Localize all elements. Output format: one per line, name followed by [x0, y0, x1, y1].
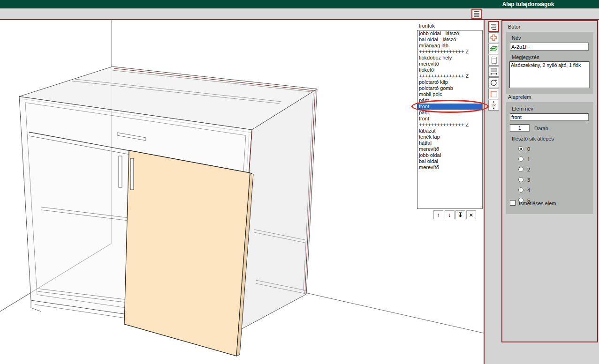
list-separator[interactable]: +++++++++++++++ Z — [417, 122, 482, 128]
radio-label-1: 1 — [527, 156, 530, 162]
list-item[interactable]: jobb oldal - látszó — [417, 30, 482, 37]
corner-frame-icon — [489, 89, 498, 98]
list-item[interactable]: jobb oldal — [417, 152, 482, 158]
list-item[interactable]: hátfal — [417, 140, 482, 146]
rotate-button[interactable] — [488, 77, 499, 88]
dimension-100-icon: 100 — [489, 101, 498, 110]
front-door-panel[interactable] — [124, 150, 250, 356]
move-to-bottom-button[interactable]: ↧ — [455, 210, 465, 219]
fit-plane-radio-1[interactable] — [518, 156, 523, 162]
repeat-element-checkbox[interactable] — [510, 200, 516, 206]
list-item[interactable]: fiókdoboz hely — [417, 55, 482, 61]
list-item[interactable]: polctartó klip — [417, 79, 482, 85]
list-item[interactable]: bal oldal - látszó — [417, 37, 482, 43]
window-title: Alap tulajdonságok — [474, 1, 583, 7]
radio-label-3: 3 — [527, 177, 530, 183]
comment-label: Megjegyzés — [512, 54, 539, 60]
parts-tree-icon — [489, 22, 498, 31]
list-item[interactable]: fiókelő — [417, 67, 482, 73]
list-separator[interactable]: +++++++++++++++ Z — [417, 73, 482, 79]
move-up-button[interactable]: ↑ — [433, 210, 443, 219]
plinth-lines — [31, 300, 41, 312]
furniture-group-title: Bútor — [508, 24, 520, 30]
radio-label-4: 4 — [527, 187, 530, 193]
layers-button[interactable] — [488, 44, 499, 54]
name-label: Név — [512, 35, 521, 41]
list-separator[interactable]: +++++++++++++++ Z — [417, 49, 482, 55]
hamburger-icon — [474, 11, 479, 12]
front-door-handle — [130, 158, 134, 190]
parts-list-caption: frontok — [419, 23, 435, 29]
element-name-input[interactable] — [510, 113, 589, 121]
list-item[interactable]: fenék lap — [417, 134, 482, 140]
fit-plane-label: Illesztő sík átlépés — [512, 136, 554, 141]
layers-icon — [489, 45, 498, 53]
parts-listbox[interactable]: jobb oldal - látszó bal oldal - látszó m… — [417, 30, 483, 209]
top-toolbar — [0, 8, 599, 20]
stretch-width-icon — [489, 67, 498, 76]
radio-label-0: 0 — [527, 146, 530, 152]
fit-plane-radio-0[interactable] — [518, 146, 523, 151]
add-plus-icon — [489, 33, 498, 42]
fit-plane-radio-3[interactable] — [518, 177, 523, 182]
list-item-selected[interactable]: front — [417, 104, 482, 110]
stretch-width-button[interactable] — [488, 66, 499, 77]
cabinet-button[interactable] — [488, 55, 499, 66]
quantity-label: Darab — [534, 126, 548, 131]
fit-plane-radio-4[interactable] — [518, 187, 523, 193]
list-item[interactable]: merevítő — [417, 164, 482, 171]
list-item[interactable]: polctartó gomb — [417, 85, 482, 91]
element-group: Elem név Darab Illesztő sík átlépés 0 1 … — [506, 102, 593, 214]
move-down-button[interactable]: ↓ — [445, 210, 455, 219]
rotate-icon — [489, 78, 498, 87]
list-item[interactable]: mobil polc — [417, 91, 482, 97]
list-item[interactable]: front — [417, 116, 482, 122]
3d-viewport[interactable] — [0, 20, 485, 364]
quantity-input[interactable] — [510, 124, 530, 132]
fit-plane-radio-2[interactable] — [518, 167, 523, 172]
parts-tree-button[interactable] — [488, 21, 499, 32]
cabinet-icon — [489, 56, 498, 65]
dimension-100-button[interactable]: 100 — [488, 100, 499, 111]
menu-button[interactable] — [471, 9, 482, 19]
element-group-title: Alaprelem — [508, 94, 531, 100]
delete-item-button[interactable]: × — [466, 210, 476, 219]
list-item[interactable]: műanyag láb — [417, 43, 482, 49]
furniture-name-input[interactable] — [510, 43, 589, 51]
repeat-element-label: Ismétléses elem — [519, 201, 556, 206]
furniture-comment-textarea[interactable]: Alsószekrény, 2 nyíló ajtó, 1 fiók — [509, 61, 590, 88]
left-door-handle — [119, 156, 122, 187]
corner-frame-button[interactable] — [488, 89, 499, 99]
svg-text:100: 100 — [491, 104, 496, 107]
list-item[interactable]: lábazat — [417, 128, 482, 134]
cabinet-wireframe-drawing — [0, 20, 484, 364]
list-item[interactable]: pánt — [417, 110, 482, 116]
list-item[interactable]: bal oldal — [417, 158, 482, 164]
element-name-label: Elem név — [512, 106, 533, 111]
add-element-button[interactable] — [488, 32, 499, 43]
radio-label-2: 2 — [527, 167, 530, 172]
list-item[interactable]: merevítő — [417, 146, 482, 152]
list-item[interactable]: pánt — [417, 97, 482, 104]
list-item[interactable]: merevítő — [417, 61, 482, 67]
properties-panel: Bútor Név Megjegyzés Alsószekrény, 2 nyí… — [501, 20, 598, 342]
furniture-group: Név Megjegyzés Alsószekrény, 2 nyíló ajt… — [506, 32, 593, 94]
